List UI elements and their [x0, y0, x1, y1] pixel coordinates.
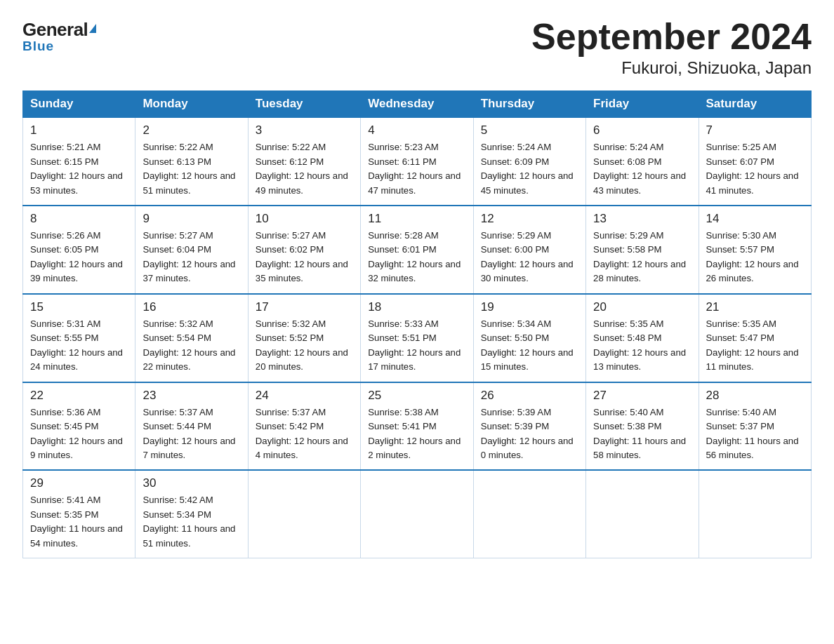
day-number: 27 [593, 389, 691, 403]
day-info: Sunrise: 5:30 AMSunset: 5:57 PMDaylight:… [706, 229, 804, 286]
header-sunday: Sunday [23, 91, 135, 118]
day-cell-28: 28 Sunrise: 5:40 AMSunset: 5:37 PMDaylig… [699, 382, 811, 471]
day-number: 26 [481, 389, 578, 403]
day-cell-13: 13 Sunrise: 5:29 AMSunset: 5:58 PMDaylig… [586, 206, 699, 294]
day-cell-12: 12 Sunrise: 5:29 AMSunset: 6:00 PMDaylig… [473, 206, 585, 294]
logo: General Blue [22, 20, 96, 54]
day-cell-empty [586, 470, 699, 558]
day-info: Sunrise: 5:31 AMSunset: 5:55 PMDaylight:… [30, 317, 128, 375]
day-cell-26: 26 Sunrise: 5:39 AMSunset: 5:39 PMDaylig… [473, 382, 585, 471]
day-cell-19: 19 Sunrise: 5:34 AMSunset: 5:50 PMDaylig… [473, 294, 585, 382]
calendar-subtitle: Fukuroi, Shizuoka, Japan [531, 58, 812, 78]
header-thursday: Thursday [473, 91, 585, 118]
day-info: Sunrise: 5:39 AMSunset: 5:39 PMDaylight:… [481, 405, 578, 463]
day-info: Sunrise: 5:40 AMSunset: 5:38 PMDaylight:… [593, 405, 691, 463]
page: General Blue September 2024 Fukuroi, Shi… [0, 0, 834, 575]
day-cell-29: 29 Sunrise: 5:41 AMSunset: 5:35 PMDaylig… [23, 470, 135, 558]
day-number: 30 [143, 476, 240, 490]
logo-blue: Blue [22, 39, 54, 54]
day-info: Sunrise: 5:24 AMSunset: 6:08 PMDaylight:… [593, 140, 691, 198]
day-info: Sunrise: 5:23 AMSunset: 6:11 PMDaylight:… [368, 140, 465, 198]
header-tuesday: Tuesday [248, 91, 360, 118]
day-info: Sunrise: 5:27 AMSunset: 6:02 PMDaylight:… [256, 229, 353, 286]
day-cell-17: 17 Sunrise: 5:32 AMSunset: 5:52 PMDaylig… [248, 294, 360, 382]
day-number: 24 [256, 389, 353, 403]
day-info: Sunrise: 5:29 AMSunset: 6:00 PMDaylight:… [481, 229, 578, 286]
day-cell-20: 20 Sunrise: 5:35 AMSunset: 5:48 PMDaylig… [586, 294, 699, 382]
day-cell-4: 4 Sunrise: 5:23 AMSunset: 6:11 PMDayligh… [361, 117, 473, 206]
day-info: Sunrise: 5:29 AMSunset: 5:58 PMDaylight:… [593, 229, 691, 286]
calendar-body: 1 Sunrise: 5:21 AMSunset: 6:15 PMDayligh… [23, 117, 812, 558]
day-number: 4 [368, 123, 465, 137]
week-row-3: 15 Sunrise: 5:31 AMSunset: 5:55 PMDaylig… [23, 294, 812, 382]
day-cell-empty [361, 470, 473, 558]
day-cell-27: 27 Sunrise: 5:40 AMSunset: 5:38 PMDaylig… [586, 382, 699, 471]
day-number: 14 [706, 212, 804, 226]
day-info: Sunrise: 5:35 AMSunset: 5:48 PMDaylight:… [593, 317, 691, 375]
day-cell-8: 8 Sunrise: 5:26 AMSunset: 6:05 PMDayligh… [23, 206, 135, 294]
calendar-table: Sunday Monday Tuesday Wednesday Thursday… [22, 90, 812, 558]
day-number: 2 [143, 123, 240, 137]
logo-triangle-icon [89, 24, 96, 33]
week-row-5: 29 Sunrise: 5:41 AMSunset: 5:35 PMDaylig… [23, 470, 812, 558]
day-cell-empty [699, 470, 811, 558]
day-info: Sunrise: 5:22 AMSunset: 6:13 PMDaylight:… [143, 140, 240, 198]
day-cell-23: 23 Sunrise: 5:37 AMSunset: 5:44 PMDaylig… [135, 382, 248, 471]
header-friday: Friday [586, 91, 699, 118]
day-number: 21 [706, 300, 804, 314]
day-cell-5: 5 Sunrise: 5:24 AMSunset: 6:09 PMDayligh… [473, 117, 585, 206]
day-cell-30: 30 Sunrise: 5:42 AMSunset: 5:34 PMDaylig… [135, 470, 248, 558]
day-info: Sunrise: 5:21 AMSunset: 6:15 PMDaylight:… [30, 140, 128, 198]
day-number: 28 [706, 389, 804, 403]
day-cell-21: 21 Sunrise: 5:35 AMSunset: 5:47 PMDaylig… [699, 294, 811, 382]
day-cell-11: 11 Sunrise: 5:28 AMSunset: 6:01 PMDaylig… [361, 206, 473, 294]
logo-general: General [22, 20, 96, 40]
day-number: 23 [143, 389, 240, 403]
day-number: 12 [481, 212, 578, 226]
day-number: 16 [143, 300, 240, 314]
title-block: September 2024 Fukuroi, Shizuoka, Japan [531, 17, 812, 78]
day-number: 11 [368, 212, 465, 226]
day-number: 20 [593, 300, 691, 314]
day-number: 19 [481, 300, 578, 314]
day-number: 3 [256, 123, 353, 137]
day-cell-22: 22 Sunrise: 5:36 AMSunset: 5:45 PMDaylig… [23, 382, 135, 471]
day-info: Sunrise: 5:32 AMSunset: 5:54 PMDaylight:… [143, 317, 240, 375]
day-info: Sunrise: 5:28 AMSunset: 6:01 PMDaylight:… [368, 229, 465, 286]
day-info: Sunrise: 5:24 AMSunset: 6:09 PMDaylight:… [481, 140, 578, 198]
day-cell-empty [473, 470, 585, 558]
day-cell-10: 10 Sunrise: 5:27 AMSunset: 6:02 PMDaylig… [248, 206, 360, 294]
calendar-header: Sunday Monday Tuesday Wednesday Thursday… [23, 91, 812, 118]
header: General Blue September 2024 Fukuroi, Shi… [22, 17, 812, 78]
days-header-row: Sunday Monday Tuesday Wednesday Thursday… [23, 91, 812, 118]
day-info: Sunrise: 5:32 AMSunset: 5:52 PMDaylight:… [256, 317, 353, 375]
day-number: 10 [256, 212, 353, 226]
day-info: Sunrise: 5:33 AMSunset: 5:51 PMDaylight:… [368, 317, 465, 375]
day-info: Sunrise: 5:38 AMSunset: 5:41 PMDaylight:… [368, 405, 465, 463]
day-number: 18 [368, 300, 465, 314]
day-number: 8 [30, 212, 128, 226]
day-number: 29 [30, 476, 128, 490]
day-cell-15: 15 Sunrise: 5:31 AMSunset: 5:55 PMDaylig… [23, 294, 135, 382]
day-cell-16: 16 Sunrise: 5:32 AMSunset: 5:54 PMDaylig… [135, 294, 248, 382]
day-info: Sunrise: 5:26 AMSunset: 6:05 PMDaylight:… [30, 229, 128, 286]
day-info: Sunrise: 5:36 AMSunset: 5:45 PMDaylight:… [30, 405, 128, 463]
day-number: 13 [593, 212, 691, 226]
week-row-1: 1 Sunrise: 5:21 AMSunset: 6:15 PMDayligh… [23, 117, 812, 206]
day-info: Sunrise: 5:42 AMSunset: 5:34 PMDaylight:… [143, 493, 240, 551]
day-info: Sunrise: 5:41 AMSunset: 5:35 PMDaylight:… [30, 493, 128, 551]
header-wednesday: Wednesday [361, 91, 473, 118]
day-cell-9: 9 Sunrise: 5:27 AMSunset: 6:04 PMDayligh… [135, 206, 248, 294]
day-info: Sunrise: 5:27 AMSunset: 6:04 PMDaylight:… [143, 229, 240, 286]
week-row-4: 22 Sunrise: 5:36 AMSunset: 5:45 PMDaylig… [23, 382, 812, 471]
day-number: 5 [481, 123, 578, 137]
week-row-2: 8 Sunrise: 5:26 AMSunset: 6:05 PMDayligh… [23, 206, 812, 294]
day-cell-7: 7 Sunrise: 5:25 AMSunset: 6:07 PMDayligh… [699, 117, 811, 206]
header-saturday: Saturday [699, 91, 811, 118]
calendar-title: September 2024 [531, 17, 812, 57]
day-number: 1 [30, 123, 128, 137]
day-cell-25: 25 Sunrise: 5:38 AMSunset: 5:41 PMDaylig… [361, 382, 473, 471]
day-cell-6: 6 Sunrise: 5:24 AMSunset: 6:08 PMDayligh… [586, 117, 699, 206]
header-monday: Monday [135, 91, 248, 118]
day-cell-2: 2 Sunrise: 5:22 AMSunset: 6:13 PMDayligh… [135, 117, 248, 206]
